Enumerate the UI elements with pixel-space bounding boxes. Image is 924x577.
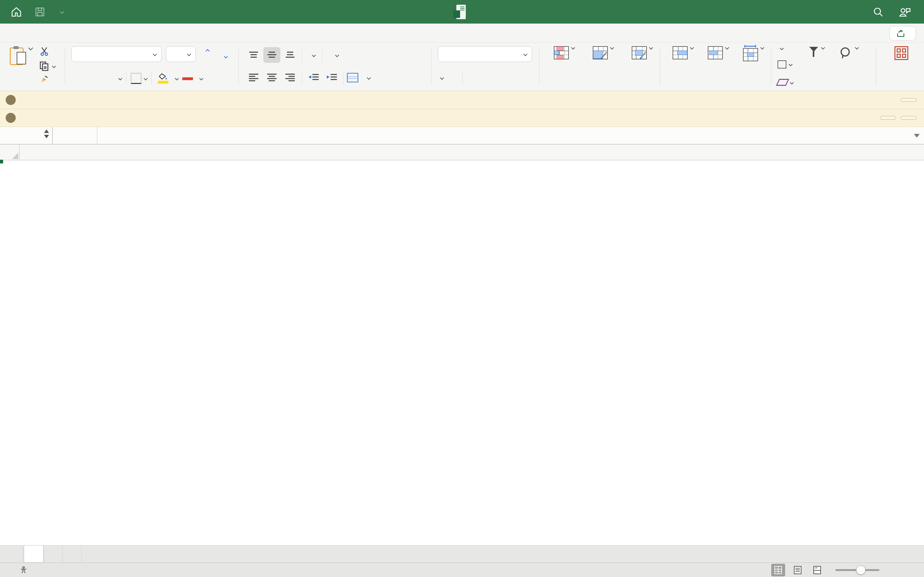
format-as-table-button[interactable] bbox=[585, 46, 622, 86]
insert-cells-button[interactable] bbox=[667, 46, 699, 86]
font-color-button[interactable] bbox=[181, 71, 195, 85]
delete-cells-button[interactable] bbox=[702, 46, 734, 86]
share-button[interactable] bbox=[889, 26, 916, 40]
formula-input[interactable] bbox=[97, 127, 924, 144]
selected-cell-outline bbox=[0, 160, 3, 163]
ribbon bbox=[0, 42, 924, 91]
page-break-view-button[interactable] bbox=[810, 564, 824, 576]
addins-icon bbox=[895, 46, 908, 60]
underline-button[interactable] bbox=[104, 71, 113, 85]
align-middle-button[interactable] bbox=[263, 47, 281, 63]
sheet-tab-category-list[interactable] bbox=[44, 546, 63, 562]
paste-icon bbox=[10, 46, 32, 64]
font-name-select[interactable] bbox=[71, 46, 161, 62]
find-select-icon bbox=[839, 46, 858, 60]
increase-font-size-button[interactable] bbox=[200, 47, 214, 61]
format-painter-icon[interactable] bbox=[39, 74, 50, 85]
underline-menu-chevron[interactable] bbox=[118, 76, 122, 81]
find-select-button[interactable] bbox=[832, 46, 865, 86]
document-title bbox=[453, 5, 471, 19]
office-update-banner bbox=[0, 91, 924, 109]
addins-button[interactable] bbox=[883, 46, 920, 86]
addins-group bbox=[878, 45, 924, 87]
add-sheet-button[interactable] bbox=[82, 546, 98, 562]
fill-color-chevron[interactable] bbox=[175, 76, 179, 81]
borders-button[interactable] bbox=[131, 71, 147, 85]
close-icon[interactable] bbox=[6, 95, 16, 105]
number-group bbox=[434, 45, 537, 87]
accessibility-status[interactable] bbox=[19, 566, 31, 574]
fill-color-button[interactable] bbox=[156, 71, 170, 85]
editing-group bbox=[773, 45, 874, 87]
text-orientation-button[interactable] bbox=[305, 48, 319, 62]
cell-styles-icon bbox=[632, 46, 653, 60]
sign-in-button[interactable] bbox=[880, 116, 896, 120]
formula-bar-expand-icon[interactable] bbox=[914, 134, 919, 138]
zoom-slider[interactable] bbox=[835, 569, 879, 571]
clipboard-group bbox=[3, 45, 63, 87]
share-icon bbox=[896, 29, 905, 38]
increase-indent-button[interactable] bbox=[323, 70, 340, 85]
ribbon-tab-bar bbox=[0, 24, 924, 42]
conditional-formatting-icon bbox=[554, 46, 574, 60]
close-icon[interactable] bbox=[6, 113, 16, 123]
undo-button[interactable] bbox=[58, 10, 63, 13]
align-right-button[interactable] bbox=[282, 70, 298, 85]
bold-button[interactable] bbox=[71, 71, 85, 85]
sheet-tab-bar bbox=[0, 545, 924, 562]
align-center-button[interactable] bbox=[263, 70, 281, 85]
try-free-button[interactable] bbox=[901, 116, 916, 120]
cells-group bbox=[662, 45, 769, 87]
italic-button[interactable] bbox=[88, 71, 102, 85]
sort-filter-button[interactable] bbox=[797, 46, 829, 86]
clear-button[interactable] bbox=[777, 79, 793, 86]
formula-bar bbox=[0, 127, 924, 145]
spreadsheet-grid bbox=[0, 145, 924, 545]
home-icon[interactable] bbox=[11, 6, 22, 18]
search-icon[interactable] bbox=[872, 6, 884, 18]
decrease-font-size-button[interactable] bbox=[218, 47, 232, 61]
cut-icon[interactable] bbox=[39, 46, 50, 58]
page-layout-view-button[interactable] bbox=[791, 564, 805, 576]
font-color-chevron[interactable] bbox=[199, 76, 203, 81]
column-header-row bbox=[0, 145, 924, 160]
decrease-indent-button[interactable] bbox=[305, 70, 322, 85]
number-format-select[interactable] bbox=[438, 46, 532, 62]
watermark-layer bbox=[0, 145, 924, 545]
merge-center-icon bbox=[347, 73, 358, 82]
name-box-stepper[interactable] bbox=[44, 129, 49, 138]
status-bar bbox=[0, 562, 924, 577]
align-left-button[interactable] bbox=[245, 70, 262, 85]
fill-down-button[interactable] bbox=[777, 60, 792, 69]
delete-cells-icon bbox=[708, 46, 729, 60]
sheet-tab-how-to-get-latlon[interactable] bbox=[63, 546, 82, 562]
align-bottom-button[interactable] bbox=[282, 47, 298, 63]
conditional-formatting-button[interactable] bbox=[546, 46, 583, 86]
cell-styles-button[interactable] bbox=[624, 46, 661, 86]
copy-icon[interactable] bbox=[39, 61, 55, 71]
align-top-button[interactable] bbox=[245, 47, 262, 63]
insert-cells-icon bbox=[672, 46, 693, 60]
normal-view-button[interactable] bbox=[771, 564, 785, 576]
save-icon[interactable] bbox=[35, 6, 45, 17]
font-group bbox=[67, 45, 237, 87]
alignment-group bbox=[241, 45, 429, 87]
name-box[interactable] bbox=[0, 127, 53, 144]
styles-group bbox=[541, 45, 658, 87]
subscription-banner bbox=[0, 109, 924, 127]
autosum-button[interactable] bbox=[777, 47, 783, 50]
sheet-tab-sheet1[interactable] bbox=[24, 546, 44, 562]
merge-center-button[interactable] bbox=[347, 70, 370, 85]
account-feedback-icon[interactable] bbox=[898, 6, 911, 18]
paste-button[interactable] bbox=[8, 46, 35, 67]
select-all-corner[interactable] bbox=[0, 145, 19, 160]
check-for-updates-button[interactable] bbox=[901, 98, 916, 102]
font-size-select[interactable] bbox=[166, 46, 196, 62]
excel-doc-icon bbox=[453, 5, 466, 19]
title-bar bbox=[0, 0, 924, 24]
accessibility-icon bbox=[19, 566, 27, 574]
format-cells-button[interactable] bbox=[737, 46, 770, 86]
wrap-text-button[interactable] bbox=[326, 48, 339, 62]
currency-format-button[interactable] bbox=[438, 70, 443, 85]
zoom-slider-thumb[interactable] bbox=[856, 566, 866, 575]
